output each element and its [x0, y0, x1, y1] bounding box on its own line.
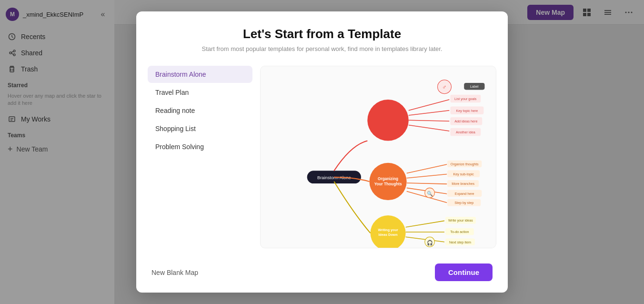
modal-footer: New Blank Map Continue [136, 256, 508, 293]
svg-text:Organizing: Organizing [378, 177, 398, 181]
modal-overlay: Let's Start from a Template Start from m… [0, 0, 644, 304]
mindmap-preview-svg: Brainstorm Alone List your goals Key top… [261, 66, 496, 248]
template-modal: Let's Start from a Template Start from m… [136, 11, 508, 293]
modal-subtitle: Start from most popular templates for pe… [151, 45, 493, 52]
svg-text:🔍: 🔍 [427, 191, 433, 197]
svg-text:Key topic here: Key topic here [456, 109, 478, 113]
svg-text:Another idea: Another idea [456, 130, 475, 134]
template-item-reading[interactable]: Reading note [148, 102, 252, 119]
svg-text:🎧: 🎧 [427, 240, 433, 246]
template-item-travel[interactable]: Travel Plan [148, 84, 252, 101]
svg-text:Organize thoughts: Organize thoughts [451, 162, 479, 166]
svg-text:To-do action: To-do action [450, 230, 469, 234]
svg-text:Writing your: Writing your [378, 228, 398, 232]
svg-point-42 [369, 163, 406, 200]
svg-text:More branches: More branches [452, 182, 474, 186]
svg-text:Ideas Down: Ideas Down [379, 233, 398, 237]
svg-text:Your Thoughts: Your Thoughts [374, 182, 402, 186]
template-item-brainstorm[interactable]: Brainstorm Alone [148, 66, 252, 83]
modal-title: Let's Start from a Template [151, 27, 493, 41]
svg-text:♂: ♂ [442, 84, 446, 91]
continue-button[interactable]: Continue [435, 263, 493, 281]
svg-text:Add ideas here: Add ideas here [454, 119, 477, 123]
template-item-problem[interactable]: Problem Solving [148, 138, 252, 155]
svg-text:Step by step: Step by step [454, 201, 473, 205]
svg-text:Write your ideas: Write your ideas [448, 218, 473, 223]
template-preview: Brainstorm Alone List your goals Key top… [260, 66, 496, 248]
svg-text:Label: Label [470, 84, 479, 89]
template-list: Brainstorm Alone Travel Plan Reading not… [148, 66, 252, 248]
svg-text:Key sub-topic: Key sub-topic [453, 172, 474, 176]
svg-text:Expand here: Expand here [455, 192, 474, 196]
svg-text:Next step item: Next step item [449, 240, 471, 244]
svg-point-25 [367, 100, 408, 141]
svg-text:List your goals: List your goals [454, 97, 477, 101]
modal-header: Let's Start from a Template Start from m… [136, 11, 508, 58]
new-blank-map-link[interactable]: New Blank Map [151, 269, 198, 276]
modal-body: Brainstorm Alone Travel Plan Reading not… [136, 58, 508, 256]
template-item-shopping[interactable]: Shopping List [148, 120, 252, 137]
